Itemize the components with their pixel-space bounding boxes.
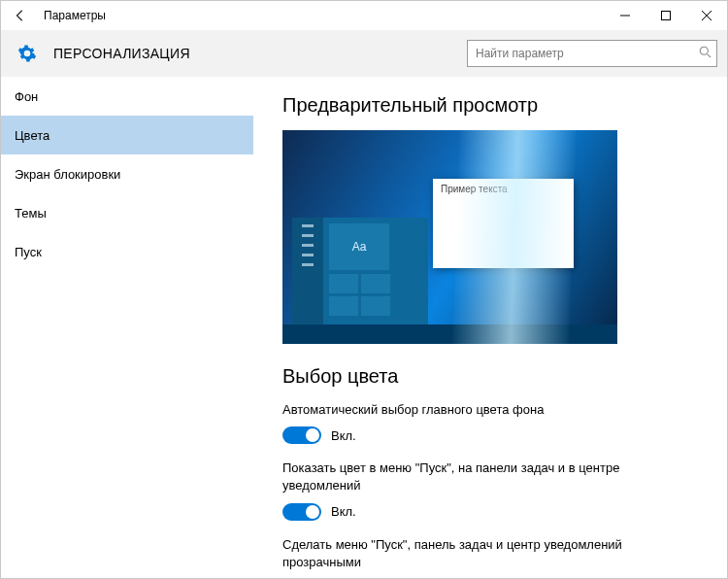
back-arrow-icon [14, 9, 27, 22]
window-controls [605, 1, 727, 30]
sidebar-item-lockscreen[interactable]: Экран блокировки [1, 154, 253, 193]
preview-title: Предварительный просмотр [282, 94, 698, 117]
close-icon [702, 11, 711, 20]
close-button[interactable] [686, 1, 727, 30]
sidebar-item-label: Пуск [15, 245, 42, 259]
preview-tile-big: Aa [329, 223, 389, 270]
minimize-button[interactable] [605, 1, 645, 30]
setting-label-auto-accent: Автоматический выбор главного цвета фона [282, 401, 651, 419]
sidebar-item-label: Темы [15, 206, 47, 221]
toggle-row-show-color: Вкл. [282, 503, 698, 521]
body: Фон Цвета Экран блокировки Темы Пуск Пре… [1, 77, 727, 579]
preview-taskbar [282, 324, 617, 344]
sidebar: Фон Цвета Экран блокировки Темы Пуск [1, 77, 253, 579]
toggle-state-show-color: Вкл. [331, 504, 356, 519]
back-button[interactable] [1, 1, 40, 30]
sidebar-item-background[interactable]: Фон [1, 77, 253, 116]
gear-icon [17, 43, 38, 64]
maximize-icon [661, 11, 671, 20]
minimize-icon [620, 11, 630, 20]
preview-tile-text: Aa [352, 240, 367, 254]
preview-box: Aa Пример текста [282, 130, 617, 344]
sidebar-item-themes[interactable]: Темы [1, 193, 253, 232]
setting-label-transparency: Сделать меню "Пуск", панель задач и цент… [282, 536, 651, 571]
sidebar-item-start[interactable]: Пуск [1, 232, 253, 271]
toggle-auto-accent[interactable] [282, 426, 321, 444]
sidebar-item-colors[interactable]: Цвета [1, 116, 253, 154]
svg-point-2 [700, 47, 708, 54]
sidebar-item-label: Цвета [15, 128, 50, 143]
color-section-title: Выбор цвета [282, 365, 698, 388]
svg-rect-1 [662, 12, 671, 20]
preview-start-rail [292, 218, 323, 324]
search-icon [699, 46, 711, 61]
page-heading: ПЕРСОНАЛИЗАЦИЯ [53, 46, 190, 61]
preview-sample-window: Пример текста [433, 179, 574, 268]
sidebar-item-label: Экран блокировки [15, 167, 120, 182]
toggle-row-auto-accent: Вкл. [282, 426, 698, 444]
toggle-show-color[interactable] [282, 503, 321, 521]
header-bar: ПЕРСОНАЛИЗАЦИЯ [1, 30, 727, 77]
preview-start-tiles: Aa [323, 218, 428, 324]
gear-icon-svg [17, 44, 37, 63]
setting-label-show-color: Показать цвет в меню "Пуск", на панели з… [282, 460, 651, 494]
window-title: Параметры [44, 9, 106, 22]
search-container [467, 40, 717, 67]
preview-sample-text: Пример текста [433, 179, 574, 199]
search-input[interactable] [467, 40, 717, 67]
maximize-button[interactable] [645, 1, 686, 30]
title-bar: Параметры [1, 1, 727, 30]
toggle-state-auto-accent: Вкл. [331, 428, 356, 443]
content-pane: Предварительный просмотр Aa Пример текст… [253, 77, 727, 579]
preview-start-menu: Aa [292, 218, 428, 324]
svg-line-3 [708, 54, 711, 58]
sidebar-item-label: Фон [15, 89, 38, 104]
